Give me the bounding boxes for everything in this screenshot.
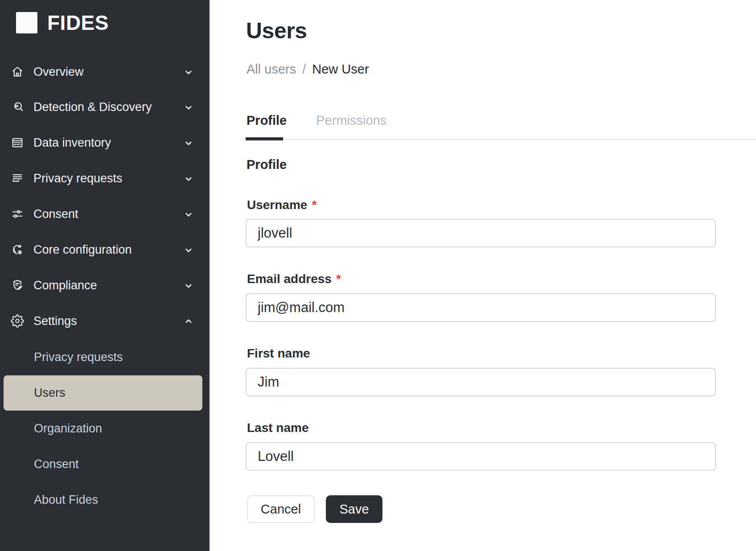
gear-icon [11,314,24,328]
breadcrumb-current: New User [312,62,369,77]
sidebar-item-label: Consent [33,197,78,232]
fides-logo-mark [16,12,37,33]
sidebar-item-label: Core configuration [33,232,132,267]
sidebar-subitem-privacy-requests[interactable]: Privacy requests [4,340,202,375]
chevron-down-icon [183,244,194,256]
chevron-down-icon [183,66,194,78]
sidebar-subitem-organization[interactable]: Organization [4,411,202,446]
save-button[interactable]: Save [326,495,382,523]
fides-app-window: FIDES Overview Detection & Discovery [0,0,756,551]
sync-gear-icon [11,243,24,256]
first-name-field[interactable] [246,368,716,396]
email-label: Email address * [247,272,341,286]
sidebar-subitem-users[interactable]: Users [4,375,202,411]
sidebar-item-label: Settings [33,304,77,339]
sidebar-item-detection-discovery[interactable]: Detection & Discovery [0,90,210,125]
sidebar-item-privacy-requests[interactable]: Privacy requests [0,161,210,196]
profile-section-title: Profile [247,157,287,172]
chevron-down-icon [183,137,194,149]
form-actions: Cancel Save [247,495,382,523]
chevron-down-icon [183,173,194,185]
breadcrumb-all-users-link[interactable]: All users [247,62,296,77]
email-field[interactable] [246,293,716,322]
table-icon [11,136,24,149]
last-name-field[interactable] [246,442,716,471]
tab-bar: Profile Permissions [247,113,386,128]
sidebar-item-label: Detection & Discovery [33,90,152,125]
sliders-icon [11,207,24,221]
sidebar-item-overview[interactable]: Overview [0,54,210,90]
tab-divider [246,139,756,140]
cancel-button[interactable]: Cancel [247,495,315,523]
list-icon [11,172,24,185]
sidebar-subitem-about-fides[interactable]: About Fides [4,482,202,518]
required-asterisk: * [336,272,341,286]
breadcrumb-separator: / [302,62,306,77]
home-icon [11,65,24,78]
sidebar-item-consent[interactable]: Consent [0,197,210,232]
sidebar-subitem-consent[interactable]: Consent [4,447,202,482]
sidebar-item-data-inventory[interactable]: Data inventory [0,125,210,160]
tab-profile[interactable]: Profile [247,113,287,128]
chevron-down-icon [183,280,194,292]
tab-permissions[interactable]: Permissions [316,113,386,128]
fides-logo[interactable]: FIDES [16,11,109,35]
sidebar-item-settings[interactable]: Settings [0,304,210,339]
main-content: Users All users / New User Profile Permi… [210,0,756,551]
sidebar: FIDES Overview Detection & Discovery [0,0,210,551]
breadcrumb: All users / New User [247,62,369,77]
sidebar-item-core-configuration[interactable]: Core configuration [0,232,210,267]
username-field[interactable] [246,219,716,247]
sidebar-item-label: Overview [33,54,84,90]
page-title: Users [246,18,307,44]
shield-edit-icon [11,279,24,292]
required-asterisk: * [312,198,316,212]
fides-logo-text: FIDES [47,11,109,35]
last-name-label: Last name [247,421,309,435]
sidebar-item-compliance[interactable]: Compliance [0,268,210,303]
chevron-down-icon [183,102,194,113]
sidebar-item-label: Compliance [33,268,97,303]
sidebar-item-label: Data inventory [33,125,111,160]
username-label: Username * [247,198,316,212]
chevron-up-icon [183,316,194,327]
active-tab-indicator [246,137,283,140]
search-discovery-icon [11,100,24,114]
sidebar-item-label: Privacy requests [33,161,123,196]
first-name-label: First name [247,346,310,361]
chevron-down-icon [183,209,194,220]
